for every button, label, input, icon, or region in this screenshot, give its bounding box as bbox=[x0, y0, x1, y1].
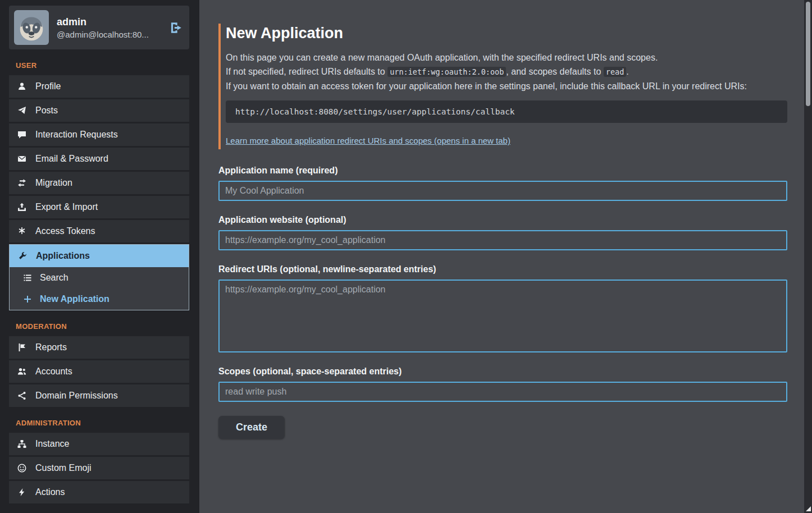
bolt-icon bbox=[17, 488, 27, 497]
sidebar-item-migration[interactable]: Migration bbox=[9, 172, 189, 194]
scroll-corner bbox=[806, 506, 811, 511]
nav-label: Profile bbox=[35, 81, 61, 91]
sidebar-nav: USER Profile Posts Interaction Requests bbox=[9, 61, 189, 503]
share-nodes-icon bbox=[17, 391, 27, 400]
redirect-uris-textarea[interactable] bbox=[218, 280, 787, 352]
nav-label: Applications bbox=[36, 251, 90, 261]
redirect-uris-label: Redirect URIs (optional, newline-separat… bbox=[218, 264, 787, 274]
nav-label: Instance bbox=[35, 439, 69, 449]
sidebar-item-profile[interactable]: Profile bbox=[9, 75, 189, 98]
application-name-input[interactable] bbox=[218, 181, 787, 201]
nav-label: Reports bbox=[35, 342, 67, 352]
create-button[interactable]: Create bbox=[218, 416, 285, 439]
nav-label: Accounts bbox=[35, 367, 72, 377]
sidebar-item-export-import[interactable]: Export & Import bbox=[9, 196, 189, 218]
user-handle: @admin@localhost:80... bbox=[57, 30, 149, 39]
token-icon bbox=[17, 227, 27, 236]
user-meta: admin @admin@localhost:80... bbox=[57, 16, 149, 39]
nav-label: New Application bbox=[40, 294, 110, 304]
learn-more-link[interactable]: Learn more about application redirect UR… bbox=[226, 136, 510, 145]
intro-line-1: On this page you can create a new manage… bbox=[226, 51, 787, 65]
application-website-input[interactable] bbox=[218, 230, 787, 250]
application-name-label: Application name (required) bbox=[218, 166, 787, 176]
users-icon bbox=[17, 367, 27, 376]
sidebar-item-accounts[interactable]: Accounts bbox=[9, 360, 189, 383]
new-application-form: Application name (required) Application … bbox=[218, 166, 787, 439]
sidebar-item-interaction-requests[interactable]: Interaction Requests bbox=[9, 123, 189, 146]
sidebar-item-instance[interactable]: Instance bbox=[9, 433, 189, 455]
nav-section-moderation: MODERATION bbox=[16, 322, 189, 331]
user-name: admin bbox=[57, 16, 149, 28]
sitemap-icon bbox=[17, 439, 27, 448]
settings-app: admin @admin@localhost:80... USER Profil… bbox=[0, 0, 812, 513]
nav-label: Migration bbox=[35, 178, 72, 188]
sidebar-item-domain-permissions[interactable]: Domain Permissions bbox=[9, 384, 189, 407]
vertical-scrollbar[interactable] bbox=[804, 0, 812, 513]
swap-arrows-icon bbox=[17, 178, 27, 187]
nav-label: Actions bbox=[35, 487, 65, 497]
nav-label: Export & Import bbox=[35, 202, 98, 212]
user-icon bbox=[17, 82, 27, 91]
oob-inline-code: urn:ietf:wg:oauth:2.0:oob bbox=[387, 67, 506, 77]
applications-group: Applications Search New Application bbox=[9, 244, 189, 310]
nav-label: Domain Permissions bbox=[35, 391, 118, 401]
callback-url-codeblock: http://localhost:8080/settings/user/appl… bbox=[226, 100, 787, 123]
smiley-icon bbox=[17, 464, 27, 473]
speech-bubble-icon bbox=[17, 130, 27, 139]
paper-plane-icon bbox=[17, 106, 27, 115]
sidebar-item-applications[interactable]: Applications bbox=[10, 245, 189, 267]
page-title: New Application bbox=[226, 25, 787, 42]
sidebar-item-posts[interactable]: Posts bbox=[9, 99, 189, 122]
intro-line-2-mid: , and scopes defaults to bbox=[506, 67, 603, 76]
intro-line-2-end: . bbox=[626, 67, 628, 76]
read-inline-code: read bbox=[604, 67, 627, 77]
intro-line-2-pre: If not specified, redirect URIs defaults… bbox=[226, 67, 387, 76]
application-website-label: Application website (optional) bbox=[218, 215, 787, 225]
scopes-input[interactable] bbox=[218, 382, 787, 402]
export-icon bbox=[17, 203, 27, 212]
nav-section-user: USER bbox=[16, 61, 189, 70]
nav-label: Interaction Requests bbox=[35, 130, 118, 140]
scopes-label: Scopes (optional, space-separated entrie… bbox=[218, 367, 787, 377]
list-icon bbox=[22, 273, 33, 282]
sidebar: admin @admin@localhost:80... USER Profil… bbox=[0, 0, 199, 513]
logout-icon[interactable] bbox=[170, 21, 183, 34]
nav-label: Search bbox=[40, 273, 69, 283]
plus-icon bbox=[22, 295, 33, 304]
nav-label: Posts bbox=[35, 106, 58, 116]
user-card[interactable]: admin @admin@localhost:80... bbox=[9, 6, 189, 49]
sidebar-item-email-password[interactable]: Email & Password bbox=[9, 148, 189, 170]
sidebar-item-applications-search[interactable]: Search bbox=[10, 267, 189, 288]
scrollbar-thumb[interactable] bbox=[806, 2, 810, 106]
nav-label: Custom Emoji bbox=[35, 463, 92, 473]
sidebar-item-custom-emoji[interactable]: Custom Emoji bbox=[9, 457, 189, 479]
applications-subnav: Search New Application bbox=[10, 267, 189, 310]
envelope-icon bbox=[17, 154, 27, 163]
sloth-avatar bbox=[14, 10, 49, 45]
main-panel: New Application On this page you can cre… bbox=[199, 0, 812, 513]
sidebar-item-access-tokens[interactable]: Access Tokens bbox=[9, 220, 189, 242]
page-header: New Application On this page you can cre… bbox=[218, 24, 787, 149]
tools-icon bbox=[17, 251, 28, 260]
intro-line-3: If you want to obtain an access token fo… bbox=[226, 79, 787, 93]
nav-section-administration: ADMINISTRATION bbox=[16, 419, 189, 427]
sidebar-item-new-application[interactable]: New Application bbox=[10, 288, 189, 310]
nav-label: Access Tokens bbox=[35, 226, 95, 236]
sidebar-item-actions[interactable]: Actions bbox=[9, 481, 189, 503]
nav-label: Email & Password bbox=[35, 154, 108, 164]
sidebar-item-reports[interactable]: Reports bbox=[9, 336, 189, 359]
intro-line-2: If not specified, redirect URIs defaults… bbox=[226, 65, 787, 79]
flag-icon bbox=[17, 343, 27, 352]
